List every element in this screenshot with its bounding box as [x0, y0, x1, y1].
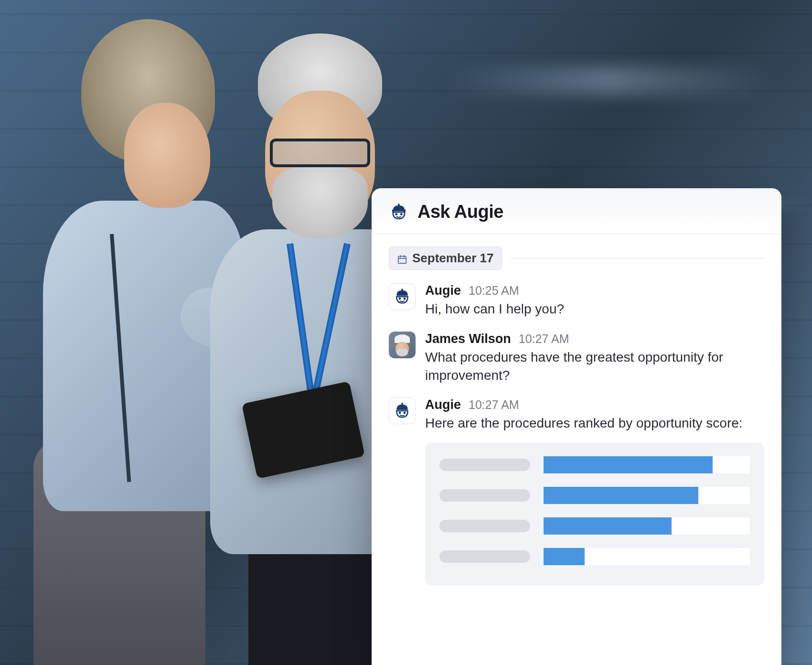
avatar-bot — [389, 283, 416, 310]
svg-rect-0 — [398, 204, 400, 206]
chat-header: Ask Augie — [372, 188, 781, 234]
message-time: 10:27 AM — [519, 332, 569, 346]
chart-bar-fill — [544, 456, 713, 473]
svg-rect-7 — [401, 289, 403, 291]
message-sender: Augie — [425, 283, 461, 298]
chat-message: Augie 10:27 AM Here are the procedures r… — [389, 397, 764, 585]
chart-bar-fill — [544, 548, 585, 565]
chart-bar-track — [544, 517, 750, 535]
calendar-icon — [397, 253, 407, 264]
chat-message: James Wilson 10:27 AM What procedures ha… — [389, 332, 764, 385]
svg-point-1 — [395, 213, 397, 215]
message-sender: Augie — [425, 397, 461, 412]
chart-row — [439, 517, 750, 535]
chat-message: Augie 10:25 AM Hi, how can I help you? — [389, 283, 764, 318]
svg-point-2 — [400, 213, 403, 215]
date-chip: September 17 — [389, 247, 502, 270]
chart-row-label — [439, 459, 530, 471]
avatar-bot — [389, 397, 416, 424]
chart-row — [439, 456, 750, 473]
chart-bar-fill — [544, 487, 698, 504]
message-text: Here are the procedures ranked by opport… — [425, 414, 764, 432]
svg-point-9 — [404, 298, 406, 300]
avatar-user — [389, 332, 416, 358]
message-time: 10:27 AM — [469, 398, 519, 412]
svg-point-8 — [399, 298, 401, 300]
chart-bar-fill — [544, 517, 672, 535]
chat-window: Ask Augie September 17 — [372, 188, 781, 665]
opportunity-chart — [425, 443, 764, 585]
chart-row-label — [439, 489, 530, 502]
augie-logo-icon — [389, 202, 409, 222]
chart-row-label — [439, 550, 530, 563]
svg-point-12 — [404, 412, 406, 414]
chart-bar-track — [544, 548, 750, 565]
svg-rect-10 — [401, 403, 403, 406]
date-separator: September 17 — [389, 247, 764, 270]
message-text: What procedures have the greatest opport… — [425, 348, 764, 385]
svg-rect-3 — [398, 256, 406, 263]
chart-row — [439, 487, 750, 504]
message-time: 10:25 AM — [469, 284, 519, 298]
chart-bar-track — [544, 456, 750, 473]
chat-title: Ask Augie — [417, 202, 503, 222]
message-text: Hi, how can I help you? — [425, 300, 764, 318]
svg-point-11 — [399, 412, 401, 414]
message-sender: James Wilson — [425, 332, 511, 346]
chart-bar-track — [544, 487, 750, 504]
date-label: September 17 — [412, 251, 494, 266]
chart-row-label — [439, 520, 530, 532]
chart-row — [439, 548, 750, 565]
chat-body: September 17 Augie 10:25 AM — [372, 234, 781, 616]
